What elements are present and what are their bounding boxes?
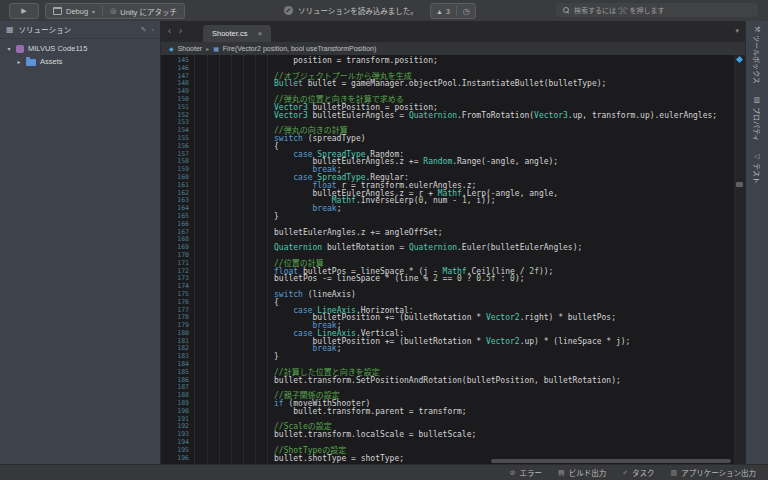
caret-position-marker xyxy=(736,56,743,63)
code-line: 179 break; xyxy=(161,322,735,330)
breadcrumb: ◆ Shooter ▸ ▦ Fire(Vector2 position, boo… xyxy=(161,42,745,55)
code-line: 149 xyxy=(161,88,735,96)
code-text xyxy=(194,361,274,369)
tab-shooter-cs[interactable]: Shooter.cs × xyxy=(203,25,271,42)
code-line: 183} xyxy=(161,353,735,361)
code-text: bulletPosition += (bulletRotation * Vect… xyxy=(194,338,630,346)
nav-arrows: ‹ › xyxy=(168,25,182,37)
run-configuration-group[interactable]: Debug ▾ ◎ Unity にアタッチ xyxy=(45,3,185,19)
code-text: Vector3 bulletEulerAngles = Quaternion.F… xyxy=(194,112,717,120)
code-line: 190 bullet.transform.parent = transform; xyxy=(161,408,735,416)
global-search-input[interactable]: 検索するには '⌘' を押します xyxy=(556,3,758,17)
statusbar-tasks-button[interactable]: ✓タスク xyxy=(622,467,654,478)
panel-tab-label: プロパティ xyxy=(752,107,762,142)
chevron-down-icon: ▾ xyxy=(92,8,95,15)
code-line: 182 break; xyxy=(161,345,735,353)
panel-tab-properties[interactable]: ▤プロパティ xyxy=(752,97,762,141)
code-text: break; xyxy=(194,205,341,213)
method-icon: ▦ xyxy=(213,45,219,52)
code-text: Mathf.InverseLerp(0, num - 1, i)); xyxy=(194,197,496,205)
code-line: 169Quaternion bulletRotation = Quaternio… xyxy=(161,244,735,252)
attach-icon: ◎ xyxy=(110,7,116,15)
navigate-forward-button[interactable]: › xyxy=(179,25,182,37)
dock-icon[interactable]: ▫ xyxy=(152,26,154,34)
tree-item-label: MILVUS Code115 xyxy=(28,44,87,53)
panel-tab-label: ツールボックス xyxy=(752,35,762,84)
navigate-back-button[interactable]: ‹ xyxy=(168,25,171,37)
expander-icon[interactable]: ▾ xyxy=(6,45,12,52)
edit-icon[interactable]: ✎ xyxy=(141,26,147,34)
tree-item-milvus-code115[interactable]: ▾MILVUS Code115 xyxy=(0,42,160,55)
code-text xyxy=(194,88,274,96)
close-icon[interactable]: × xyxy=(257,29,262,38)
horizontal-scrollbar-thumb[interactable] xyxy=(491,459,731,463)
code-text: switch (spreadType) xyxy=(194,135,366,143)
breadcrumb-member[interactable]: Fire(Vector2 position, bool useTransform… xyxy=(223,45,376,52)
panel-tab-toolbox[interactable]: ⚒ツールボックス xyxy=(752,26,762,84)
statusbar-error-button[interactable]: ⊘エラー xyxy=(510,467,542,478)
code-text xyxy=(194,119,274,127)
code-text xyxy=(194,439,274,447)
attach-unity-button[interactable]: Unity にアタッチ xyxy=(120,6,177,17)
statusbar-label: タスク xyxy=(632,467,655,478)
code-line: 150//弾丸の位置と向きを計算で求める xyxy=(161,96,735,104)
right-tool-strip: ⚒ツールボックス▤プロパティ▽テスト xyxy=(745,21,768,464)
statusbar-build-output-button[interactable]: ▤ビルド出力 xyxy=(558,467,606,478)
code-text: { xyxy=(194,299,279,307)
scrollbar-thumb[interactable] xyxy=(736,182,743,187)
solution-pad-title: ソリューション xyxy=(19,24,136,35)
statusbar-label: ビルド出力 xyxy=(569,467,607,478)
statusbar-label: エラー xyxy=(520,467,543,478)
tasks-icon: ✓ xyxy=(622,469,628,477)
code-text: Bullet bullet = gameManager.objectPool.I… xyxy=(194,80,606,88)
search-placeholder: 検索するには '⌘' を押します xyxy=(574,5,665,15)
code-text: bullet.transform.localScale = bulletScal… xyxy=(194,431,476,439)
run-button[interactable]: ▶ xyxy=(9,3,39,19)
code-line: 173bulletPos -= lineSpace * (line % 2 ==… xyxy=(161,275,735,283)
expander-icon[interactable]: ▸ xyxy=(16,58,22,65)
code-text: } xyxy=(194,213,279,221)
breadcrumb-class[interactable]: Shooter xyxy=(178,45,203,52)
editor-tab-bar: ‹ › Shooter.cs × ▾ xyxy=(161,21,745,42)
tree-item-label: Assets xyxy=(40,57,63,66)
tree-item-assets[interactable]: ▸Assets xyxy=(0,55,160,68)
folder-icon xyxy=(26,59,36,66)
editor-region: ‹ › Shooter.cs × ▾ ◆ Shooter ▸ ▦ Fire(Ve… xyxy=(161,21,745,464)
code-line: 155switch (spreadType) xyxy=(161,135,735,143)
panel-tab-tests[interactable]: ▽テスト xyxy=(752,154,762,183)
code-text: } xyxy=(194,353,279,361)
code-line: 170 xyxy=(161,252,735,260)
toolbox-icon: ⚒ xyxy=(753,26,761,32)
statusbar-label: アプリケーション出力 xyxy=(681,467,756,478)
build-warnings-group[interactable]: ▲ 3 ◷ xyxy=(430,3,476,19)
code-lines: 145 position = transform.position;146147… xyxy=(161,57,735,462)
code-line: 154//弾丸の向きの計算 xyxy=(161,127,735,135)
code-line: 193bullet.transform.localScale = bulletS… xyxy=(161,431,735,439)
solution-pad-header: ▦ ソリューション ✎ ▫ xyxy=(0,21,160,39)
code-text: position = transform.position; xyxy=(194,57,438,65)
code-text: bullet.transform.SetPositionAndRotation(… xyxy=(194,377,621,385)
code-line: 156{ xyxy=(161,143,735,151)
vertical-scrollbar[interactable] xyxy=(734,55,745,464)
code-text xyxy=(194,416,274,424)
top-toolbar: ▶ Debug ▾ ◎ Unity にアタッチ ✓ ソリューションを読み込みまし… xyxy=(0,0,768,22)
code-line: 178 bulletPosition += (bulletRotation * … xyxy=(161,314,735,322)
code-line: 195//ShotTypeの設定 xyxy=(161,447,735,455)
code-text xyxy=(194,283,274,291)
code-line: 164 break; xyxy=(161,205,735,213)
config-label[interactable]: Debug xyxy=(66,7,88,16)
chevron-right-icon: ▸ xyxy=(206,45,209,52)
code-text xyxy=(194,65,274,73)
code-line: 146 xyxy=(161,65,735,73)
divider xyxy=(102,6,103,16)
statusbar-app-output-button[interactable]: ▥アプリケーション出力 xyxy=(671,467,756,478)
solution-pad: ▦ ソリューション ✎ ▫ ▾MILVUS Code115▸Assets xyxy=(0,21,161,464)
code-editor[interactable]: 145 position = transform.position;146147… xyxy=(161,55,745,464)
solution-tree: ▾MILVUS Code115▸Assets xyxy=(0,39,160,68)
solution-icon xyxy=(16,45,24,53)
history-icon[interactable]: ◷ xyxy=(463,7,470,16)
tab-overflow-icon[interactable]: ▾ xyxy=(735,27,739,35)
code-line: 176{ xyxy=(161,299,735,307)
code-text: bullet.shotType = shotType; xyxy=(194,455,404,463)
code-line: 163 Mathf.InverseLerp(0, num - 1, i)); xyxy=(161,197,735,205)
